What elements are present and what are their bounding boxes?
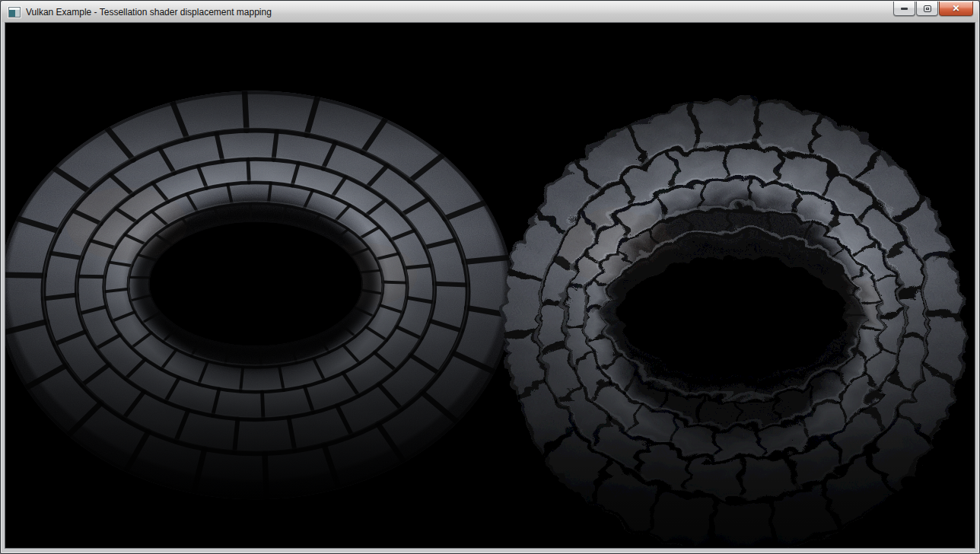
titlebar[interactable]: Vulkan Example - Tessellation shader dis…: [2, 2, 978, 22]
minimize-icon: [901, 8, 908, 10]
render-canvas: [5, 23, 975, 548]
bottom-fade: [5, 419, 975, 548]
render-viewport[interactable]: [5, 22, 975, 549]
app-icon: [8, 7, 21, 18]
window-title: Vulkan Example - Tessellation shader dis…: [26, 7, 272, 18]
maximize-icon: [924, 5, 931, 12]
window-controls: ✕: [893, 2, 973, 16]
close-icon: ✕: [952, 4, 959, 13]
maximize-button[interactable]: [916, 2, 938, 16]
app-window: Vulkan Example - Tessellation shader dis…: [0, 0, 980, 554]
close-button[interactable]: ✕: [939, 2, 973, 16]
minimize-button[interactable]: [893, 2, 915, 16]
